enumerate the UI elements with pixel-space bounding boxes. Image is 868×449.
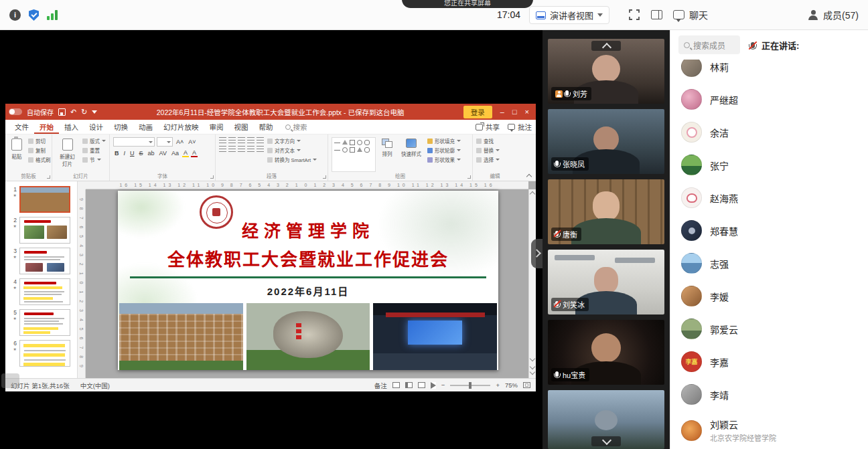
- grow-font-button[interactable]: A˄: [175, 139, 185, 145]
- slide-thumbnail-2[interactable]: 2★: [5, 215, 77, 246]
- member-row[interactable]: 严继超: [670, 83, 868, 116]
- strikethrough-button[interactable]: S: [138, 150, 145, 157]
- horizontal-ruler[interactable]: 16 15 14 13 12 11 10 9 8 7 6 5 4 3 2 1 0…: [86, 181, 528, 189]
- video-tile-tangheng[interactable]: 唐衡: [548, 179, 664, 244]
- language-indicator[interactable]: 中文(中国): [80, 381, 110, 390]
- shape-effects-button[interactable]: 形状效果: [427, 156, 461, 163]
- collapsed-toolbar-handle[interactable]: [1, 373, 19, 388]
- member-row[interactable]: 李靖: [670, 378, 868, 411]
- layout-toggle-button[interactable]: [651, 10, 662, 19]
- font-name-select[interactable]: [113, 137, 155, 147]
- reading-view-icon[interactable]: [418, 382, 425, 388]
- tab-design[interactable]: 设计: [84, 120, 108, 134]
- reset-button[interactable]: 重置: [82, 147, 106, 154]
- copy-button[interactable]: 复制: [28, 147, 51, 154]
- callout-shape-icon[interactable]: [364, 147, 370, 153]
- arrow-shape-icon[interactable]: [334, 150, 340, 151]
- expand-panel-chevron[interactable]: [531, 239, 542, 268]
- members-tab[interactable]: 成员(57): [808, 8, 859, 21]
- chat-tab[interactable]: 聊天: [673, 8, 708, 21]
- drawing-dialog-launcher[interactable]: [467, 175, 471, 179]
- clipboard-dialog-launcher[interactable]: [47, 175, 50, 179]
- triangle-shape-icon[interactable]: [342, 140, 348, 145]
- comments-button[interactable]: 批注: [508, 122, 532, 132]
- vertical-ruler[interactable]: 9 8 7 6 5 4 3 2 1 0 1 2 3 4 5 6 7 8 9: [78, 189, 86, 378]
- slideshow-view-icon[interactable]: [431, 382, 436, 389]
- tab-review[interactable]: 审阅: [204, 120, 229, 134]
- increase-indent-button[interactable]: [247, 137, 255, 143]
- member-row[interactable]: 李嘉李嘉: [670, 345, 868, 378]
- text-direction-button[interactable]: 文字方向: [267, 137, 317, 145]
- select-button[interactable]: 选择: [476, 156, 500, 163]
- slide-editor[interactable]: 经济管理学院 全体教职工大会暨就业工作促进会 2022年6月11日: [118, 191, 498, 370]
- ribbon-search[interactable]: 搜索: [285, 122, 307, 132]
- normal-view-icon[interactable]: [392, 382, 400, 388]
- slide-thumbnail-5[interactable]: 5★: [5, 307, 77, 338]
- rect-shape-icon[interactable]: [350, 140, 355, 145]
- fit-to-window-icon[interactable]: [523, 382, 530, 388]
- tab-file[interactable]: 文件: [9, 120, 34, 134]
- columns-button[interactable]: [257, 146, 264, 152]
- member-row[interactable]: 志强: [670, 247, 868, 280]
- share-button[interactable]: 共享: [476, 122, 500, 132]
- slide-thumbnail-4[interactable]: 4★: [5, 276, 77, 307]
- format-painter-button[interactable]: 格式刷: [28, 156, 51, 163]
- highlight-color-button[interactable]: A: [182, 149, 189, 157]
- scroll-down-icon[interactable]: [530, 356, 535, 361]
- fullscreen-button[interactable]: [628, 9, 640, 21]
- zoom-slider[interactable]: [450, 385, 490, 386]
- tab-home[interactable]: 开始: [34, 120, 59, 134]
- view-mode-dropdown[interactable]: 演讲者视图: [529, 6, 609, 24]
- login-button[interactable]: 登录: [463, 106, 492, 118]
- quick-styles-button[interactable]: 快速样式: [399, 137, 424, 172]
- scroll-up-icon[interactable]: [530, 191, 535, 197]
- section-button[interactable]: 节: [82, 156, 106, 163]
- member-row[interactable]: 余洁: [670, 116, 868, 149]
- slide-thumbnail-6[interactable]: 6★: [5, 338, 77, 369]
- bold-button[interactable]: B: [113, 150, 121, 157]
- zoom-out-button[interactable]: −: [441, 381, 445, 389]
- change-case-button[interactable]: Aa: [170, 150, 180, 157]
- member-row[interactable]: 林莉: [670, 60, 868, 83]
- shapes-gallery[interactable]: [332, 137, 376, 172]
- smartart-button[interactable]: 转换为 SmartArt: [267, 156, 317, 163]
- line-shape-icon[interactable]: [334, 143, 340, 143]
- underline-button[interactable]: U: [129, 150, 136, 157]
- slide-sorter-view-icon[interactable]: [405, 382, 413, 388]
- justify-button[interactable]: [247, 146, 255, 152]
- quick-access-caret-icon[interactable]: [92, 110, 97, 114]
- video-tile-liufang[interactable]: 刘芳: [548, 39, 664, 104]
- font-size-select[interactable]: [157, 137, 173, 147]
- video-tile-zhangxiaofeng[interactable]: 张晓凤: [548, 109, 664, 174]
- close-button[interactable]: ×: [525, 108, 529, 116]
- member-row[interactable]: 张宁: [670, 149, 868, 181]
- shrink-font-button[interactable]: A˅: [187, 139, 197, 145]
- maximize-button[interactable]: □: [512, 108, 517, 116]
- paste-button[interactable]: 粘贴: [9, 137, 25, 172]
- redo-button[interactable]: ↻: [81, 108, 87, 116]
- cut-button[interactable]: 剪切: [28, 137, 51, 145]
- screen-share-banner[interactable]: 您正在共享屏幕: [402, 0, 533, 8]
- bullets-button[interactable]: [219, 137, 226, 143]
- align-text-button[interactable]: 对齐文本: [267, 147, 317, 154]
- ellipse-shape-icon[interactable]: [357, 140, 362, 145]
- tab-help[interactable]: 帮助: [254, 120, 279, 134]
- shape-outline-button[interactable]: 形状轮廓: [427, 147, 461, 154]
- align-center-button[interactable]: [228, 146, 236, 152]
- chevron-down-icon[interactable]: [591, 436, 621, 446]
- signal-icon[interactable]: [47, 10, 58, 20]
- minimize-button[interactable]: –: [500, 108, 504, 116]
- save-icon[interactable]: [58, 108, 66, 116]
- slide-thumbnail-1[interactable]: 1★: [5, 184, 77, 215]
- member-row[interactable]: 李媛: [670, 280, 868, 312]
- rounded-rect-shape-icon[interactable]: [364, 140, 370, 145]
- frame-shape-icon[interactable]: [350, 147, 355, 153]
- member-row[interactable]: 刘颖云 北京农学院经管学院: [670, 411, 868, 449]
- zoom-level[interactable]: 75%: [505, 381, 518, 389]
- zoom-in-button[interactable]: +: [496, 381, 500, 389]
- shape-fill-button[interactable]: 形状填充: [427, 137, 461, 145]
- find-button[interactable]: 查找: [476, 137, 500, 145]
- member-row[interactable]: 郑春慧: [670, 214, 868, 247]
- align-right-button[interactable]: [238, 146, 245, 152]
- layout-button[interactable]: 版式: [82, 137, 106, 145]
